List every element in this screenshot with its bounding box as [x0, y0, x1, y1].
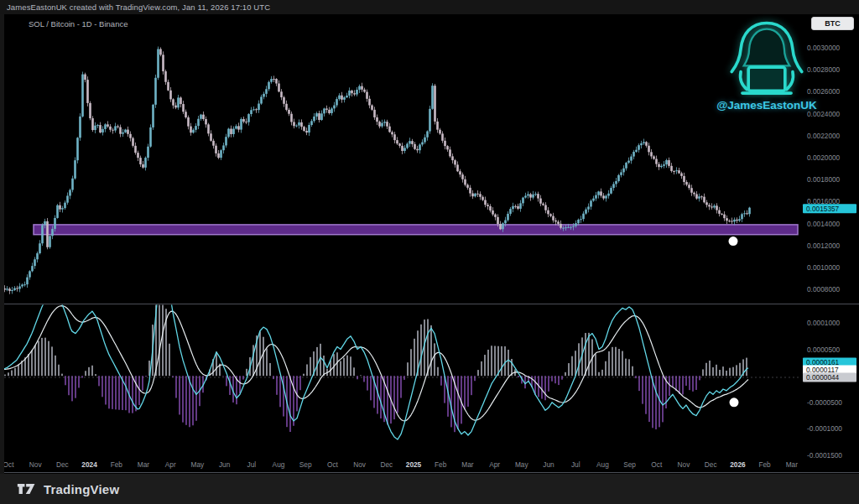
svg-text:Mar: Mar — [138, 460, 150, 469]
svg-text:Nov: Nov — [353, 460, 367, 469]
svg-text:0.0008000: 0.0008000 — [807, 285, 841, 294]
left-margin-strip — [0, 14, 4, 474]
footer-bar: TradingView — [0, 474, 859, 504]
svg-text:0.0001000: 0.0001000 — [807, 319, 841, 327]
svg-text:Dec: Dec — [705, 460, 717, 469]
svg-text:Sep: Sep — [623, 460, 636, 469]
svg-text:Mar: Mar — [461, 460, 474, 469]
currency-toggle-button[interactable]: BTC — [811, 17, 854, 30]
tradingview-window: 0.00300000.00280000.00260000.00240000.00… — [0, 0, 859, 504]
svg-text:2024: 2024 — [81, 460, 97, 469]
svg-text:Nov: Nov — [29, 460, 43, 469]
svg-text:May: May — [515, 460, 529, 469]
svg-text:Jun: Jun — [543, 460, 554, 469]
attribution-text: JamesEastonUK created with TradingView.c… — [0, 3, 270, 12]
svg-text:0.0018000: 0.0018000 — [807, 175, 841, 184]
svg-text:Dec: Dec — [380, 460, 393, 469]
svg-text:Sep: Sep — [299, 460, 312, 469]
svg-text:May: May — [191, 460, 206, 469]
svg-text:0.0000500: 0.0000500 — [807, 346, 841, 354]
svg-text:Jul: Jul — [247, 460, 256, 469]
tradingview-logo-icon[interactable] — [17, 482, 37, 496]
svg-text:Feb: Feb — [758, 460, 771, 469]
svg-text:Jun: Jun — [219, 460, 231, 469]
svg-text:0.0000044: 0.0000044 — [806, 373, 840, 382]
svg-text:Oct: Oct — [3, 460, 15, 469]
svg-text:Dec: Dec — [56, 460, 69, 469]
svg-text:Jul: Jul — [571, 460, 580, 469]
svg-text:0.0020000: 0.0020000 — [807, 153, 841, 162]
svg-text:0.0014000: 0.0014000 — [807, 220, 841, 228]
hacker-logo-icon — [720, 18, 814, 102]
svg-text:Feb: Feb — [435, 460, 447, 469]
svg-text:Apr: Apr — [165, 460, 176, 469]
svg-text:Apr: Apr — [489, 460, 500, 469]
svg-text:Mar: Mar — [786, 460, 799, 469]
svg-text:-0.0001500: -0.0001500 — [807, 451, 842, 460]
svg-text:Oct: Oct — [651, 460, 663, 469]
svg-text:0.0010000: 0.0010000 — [807, 263, 841, 272]
attribution-bar: JamesEastonUK created with TradingView.c… — [0, 0, 859, 14]
svg-text:2026: 2026 — [730, 460, 746, 469]
svg-text:Feb: Feb — [111, 460, 123, 469]
svg-text:2025: 2025 — [406, 460, 422, 469]
svg-text:Aug: Aug — [273, 460, 285, 469]
svg-text:Aug: Aug — [596, 460, 609, 469]
svg-text:0.0022000: 0.0022000 — [807, 132, 841, 140]
symbol-title: SOL / Bitcoin - 1D - Binance — [29, 19, 128, 29]
svg-text:0.0012000: 0.0012000 — [807, 242, 841, 250]
svg-text:-0.0000500: -0.0000500 — [807, 398, 842, 407]
svg-text:-0.0001000: -0.0001000 — [807, 424, 842, 433]
tradingview-brand-text[interactable]: TradingView — [44, 482, 119, 496]
svg-text:Nov: Nov — [678, 460, 691, 469]
svg-text:Oct: Oct — [327, 460, 339, 469]
watermark-handle: @JamesEastonUK — [715, 99, 819, 112]
svg-text:0.0015357: 0.0015357 — [806, 205, 840, 213]
